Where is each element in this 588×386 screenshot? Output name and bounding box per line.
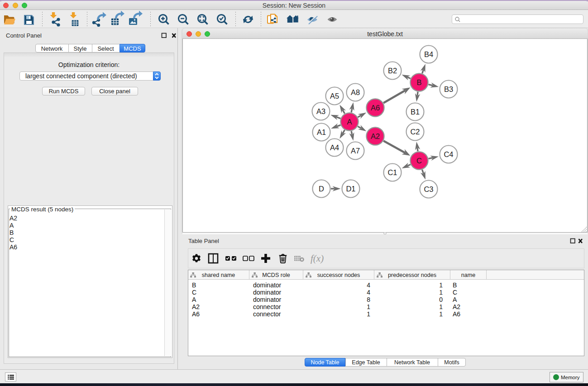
- svg-text:B4: B4: [424, 50, 433, 58]
- svg-text:D: D: [319, 185, 324, 193]
- svg-text:B3: B3: [444, 85, 453, 93]
- svg-text:A8: A8: [351, 88, 360, 96]
- svg-text:A3: A3: [316, 107, 325, 115]
- svg-text:C3: C3: [424, 185, 433, 193]
- svg-text:A4: A4: [330, 143, 339, 152]
- svg-text:C1: C1: [387, 168, 397, 176]
- svg-text:A1: A1: [317, 128, 326, 136]
- svg-text:f(x): f(x): [311, 253, 324, 264]
- svg-text:A6: A6: [371, 104, 380, 112]
- svg-text:B1: B1: [411, 108, 420, 116]
- svg-text:D1: D1: [346, 185, 355, 193]
- svg-text:A5: A5: [330, 92, 339, 100]
- svg-text:B: B: [416, 78, 421, 86]
- svg-text:C: C: [416, 157, 422, 165]
- svg-text:C2: C2: [410, 128, 420, 136]
- svg-text:A: A: [347, 118, 352, 126]
- svg-text:A7: A7: [351, 147, 360, 155]
- svg-text:A2: A2: [371, 132, 380, 140]
- svg-text:B2: B2: [388, 67, 397, 75]
- svg-text:C4: C4: [444, 150, 453, 158]
